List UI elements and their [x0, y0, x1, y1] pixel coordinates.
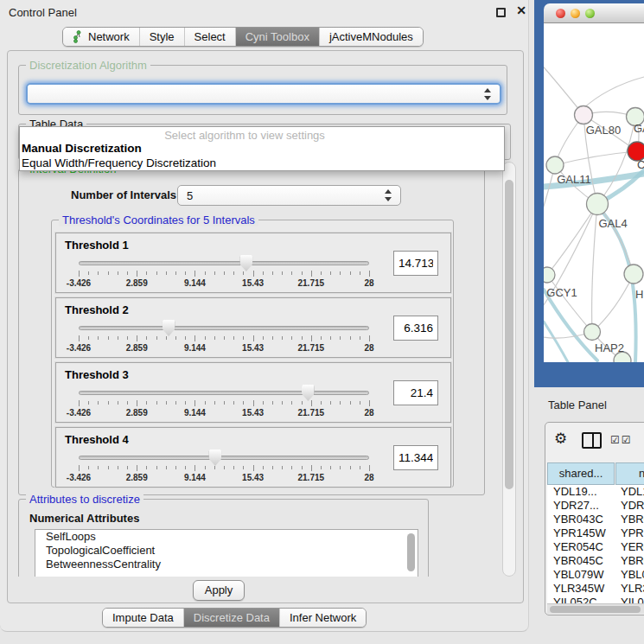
- node-gal11[interactable]: [546, 156, 564, 174]
- table-row[interactable]: YBR043CYBR0: [547, 513, 644, 526]
- number-of-intervals-combobox[interactable]: 5: [177, 185, 401, 206]
- close-traffic-light[interactable]: [556, 9, 565, 18]
- tab-jactivemnodules[interactable]: jActiveMNodules: [320, 28, 423, 46]
- cell: YBR043C: [553, 513, 603, 526]
- slider-thumb[interactable]: [163, 320, 175, 336]
- threshold-2-slider[interactable]: [79, 325, 369, 332]
- tab-select-label: Select: [194, 30, 226, 43]
- table-row[interactable]: YDL19...YDL1: [547, 485, 644, 499]
- threshold-4-slider[interactable]: [79, 455, 369, 462]
- tick-label: 28: [364, 278, 373, 288]
- column-layout-icon[interactable]: [582, 432, 602, 449]
- slider-track[interactable]: [79, 261, 369, 265]
- slider-tick-labels: -3.426 2.859 9.144 15.43 21.715 28: [79, 278, 369, 289]
- node-hap2[interactable]: [584, 324, 601, 341]
- gear-icon[interactable]: ⚙: [554, 430, 567, 448]
- threshold-1-slider[interactable]: [79, 260, 369, 267]
- attributes-list-scrollbar[interactable]: [406, 532, 416, 577]
- option-manual-discretization[interactable]: Manual Discretization: [22, 142, 142, 155]
- discretization-algorithm-group: Discretization Algorithm: [18, 65, 507, 115]
- threshold-1-value-field[interactable]: [393, 251, 438, 276]
- slider-thumb[interactable]: [208, 450, 221, 466]
- tab-discretize-data[interactable]: Discretize Data: [184, 609, 280, 627]
- algorithm-combobox[interactable]: [26, 83, 501, 105]
- table-row[interactable]: YLR345WYLR3: [547, 582, 644, 596]
- tick-label: 2.859: [126, 473, 148, 482]
- attribute-item[interactable]: SelfLoops: [35, 530, 418, 544]
- table-row[interactable]: YDR27...YDR2: [547, 499, 644, 513]
- edge[interactable]: [544, 61, 583, 115]
- threshold-3-value-field[interactable]: [393, 380, 438, 405]
- tick-label: 15.43: [242, 278, 264, 288]
- slider-track[interactable]: [79, 326, 369, 330]
- column-header-name[interactable]: n: [615, 462, 644, 485]
- threshold-3-slider[interactable]: [79, 390, 369, 397]
- slider-thumb[interactable]: [302, 385, 315, 401]
- threshold-4-value-field[interactable]: [393, 445, 438, 470]
- scrollbar-thumb[interactable]: [407, 533, 415, 571]
- slider-tick-labels: -3.426 2.859 9.144 15.43 21.715 28: [79, 343, 369, 354]
- edge[interactable]: [592, 274, 634, 332]
- node-gal4[interactable]: [587, 194, 609, 215]
- tab-infer-network-label: Infer Network: [290, 611, 356, 624]
- option-equal-width-frequency[interactable]: Equal Width/Frequency Discretization: [22, 156, 216, 169]
- cell: YDL19...: [553, 485, 597, 499]
- application-root: Control Panel ✕ Network Style Select: [0, 0, 644, 644]
- interval-definition-group: Interval Definition Number of Intervals …: [18, 169, 485, 495]
- edge-teal[interactable]: [597, 207, 636, 362]
- column-header-shared[interactable]: shared...: [547, 462, 615, 485]
- select-columns-icon[interactable]: ☑☑: [610, 434, 633, 446]
- table-row[interactable]: YPR145WYPR1: [547, 526, 644, 540]
- settings-vertical-scrollbar[interactable]: [502, 162, 516, 577]
- top-tab-bar: Network Style Select Cyni Toolbox jActiv…: [62, 27, 424, 47]
- float-window-icon[interactable]: [496, 8, 506, 17]
- tick-label: 9.144: [184, 278, 206, 288]
- cell: YPR145W: [553, 526, 606, 540]
- table-row[interactable]: YER054CYER0: [547, 540, 644, 554]
- table-row[interactable]: YBR045CYBR0: [547, 554, 644, 568]
- discretization-algorithm-group-title: Discretization Algorithm: [26, 59, 150, 72]
- node-right[interactable]: [624, 265, 643, 284]
- tab-impute-data[interactable]: Impute Data: [103, 609, 184, 627]
- edge[interactable]: [555, 151, 637, 165]
- tick-label: 9.144: [184, 343, 206, 353]
- attribute-item[interactable]: BetweennessCentrality: [35, 558, 418, 571]
- tick-label: 21.715: [298, 343, 325, 353]
- edge[interactable]: [582, 77, 644, 110]
- slider-track[interactable]: [79, 391, 369, 395]
- scrollbar-thumb[interactable]: [550, 606, 641, 613]
- node-gal80[interactable]: [575, 106, 593, 124]
- threshold-2-value-field[interactable]: [393, 316, 438, 341]
- tab-network-label: Network: [88, 30, 130, 43]
- tick-label: 21.715: [298, 408, 325, 418]
- tab-cyni-toolbox[interactable]: Cyni Toolbox: [236, 28, 320, 46]
- tab-style[interactable]: Style: [140, 28, 185, 46]
- settings-scroll-viewport: Interval Definition Number of Intervals …: [13, 162, 506, 577]
- edge-teal[interactable]: [544, 322, 568, 362]
- tab-cyni-toolbox-label: Cyni Toolbox: [245, 30, 309, 43]
- tab-infer-network[interactable]: Infer Network: [280, 609, 366, 627]
- close-icon[interactable]: ✕: [514, 3, 528, 19]
- algorithm-dropdown-popup: Select algorithm to view settings Manual…: [19, 126, 505, 171]
- edge[interactable]: [547, 204, 597, 275]
- scrollbar-thumb[interactable]: [505, 180, 513, 489]
- slider-thumb[interactable]: [239, 255, 252, 271]
- node-gcy1[interactable]: [544, 267, 555, 283]
- node-label-gal80: GAL80: [586, 124, 621, 137]
- tab-select[interactable]: Select: [185, 28, 236, 46]
- combo-stepper-icon: [385, 189, 392, 201]
- table-row[interactable]: YBL079WYBL0: [547, 568, 644, 582]
- zoom-traffic-light[interactable]: [585, 9, 595, 18]
- cell: YBL079W: [553, 568, 604, 582]
- node-label-gcy1: GCY1: [546, 286, 577, 299]
- minimize-traffic-light[interactable]: [571, 9, 580, 18]
- tab-network[interactable]: Network: [63, 28, 140, 46]
- slider-track[interactable]: [79, 456, 369, 460]
- network-canvas[interactable]: GAL80 GA C GAL11 GAL4 GCY1 H HAP2: [544, 23, 644, 362]
- apply-button[interactable]: Apply: [193, 580, 245, 601]
- threshold-2-panel: Threshold 2 -3.426 2.859 9.144 15.43: [55, 297, 451, 358]
- attribute-item[interactable]: TopologicalCoefficient: [35, 544, 418, 558]
- network-window-titlebar[interactable]: [544, 3, 644, 23]
- edge[interactable]: [592, 204, 597, 332]
- table-horizontal-scrollbar[interactable]: [547, 603, 644, 614]
